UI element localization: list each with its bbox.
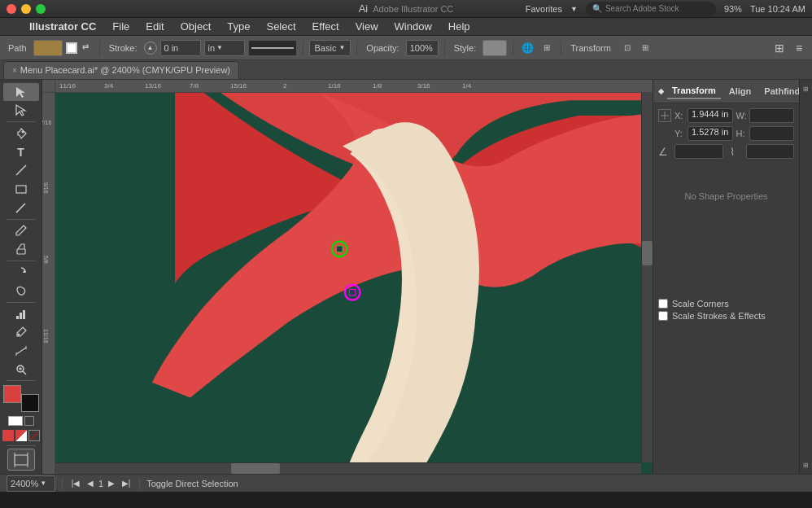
eyedropper-tool[interactable]: [3, 324, 39, 342]
search-icon: 🔍: [592, 4, 602, 13]
search-panel-icon[interactable]: ⊞: [771, 40, 788, 56]
solid-color-icon[interactable]: [2, 430, 14, 441]
panel-collapse-icon[interactable]: ◆: [658, 87, 664, 95]
tab-align[interactable]: Align: [724, 84, 757, 99]
h-input[interactable]: [749, 126, 795, 141]
globe-icon[interactable]: 🌐: [519, 40, 535, 56]
menu-type[interactable]: Type: [220, 19, 256, 34]
ruler-label-316: 3/16: [417, 82, 430, 90]
panel-toggle-bottom[interactable]: ⊞: [801, 459, 812, 471]
fill-color[interactable]: [33, 40, 63, 56]
menu-illustrator[interactable]: Illustrator CC: [23, 19, 103, 34]
ruler-label-1316: 13/16: [145, 82, 161, 90]
rotate-tool[interactable]: [3, 264, 39, 282]
nav-last[interactable]: ▶|: [120, 477, 133, 490]
page-number: 1: [98, 479, 103, 488]
measure-tool[interactable]: [3, 342, 39, 360]
style-swatch[interactable]: [482, 40, 507, 56]
pencil-tool[interactable]: [3, 221, 39, 239]
eraser-tool[interactable]: [3, 240, 39, 258]
menu-effect[interactable]: Effect: [306, 19, 346, 34]
ruler-top: 11/16 3/4 13/16 7/8 15/16 2 1/16 1/8 3/1…: [55, 80, 653, 93]
stroke-mode[interactable]: [24, 416, 34, 426]
direct-selection-tool[interactable]: [3, 102, 39, 120]
time-display: Tue 10:24 AM: [750, 4, 805, 14]
scale-strokes-checkbox[interactable]: [658, 311, 668, 321]
line-tool[interactable]: [3, 162, 39, 180]
style-dropdown[interactable]: Basic ▼: [309, 40, 351, 56]
svg-rect-5: [16, 316, 19, 319]
opacity-value[interactable]: 100%: [406, 40, 439, 56]
nav-first[interactable]: |◀: [69, 477, 82, 490]
status-sep-2: [139, 478, 140, 489]
svg-line-13: [23, 371, 26, 374]
stroke-options[interactable]: ▲: [144, 42, 157, 55]
transform-icons: ⊡ ⊞: [619, 40, 653, 56]
stroke-preview[interactable]: [248, 40, 297, 56]
fill-mode[interactable]: [8, 416, 23, 426]
y-input[interactable]: 1.5278 in: [688, 126, 733, 141]
close-button[interactable]: [7, 4, 16, 14]
traffic-lights: [7, 4, 46, 14]
swap-icon[interactable]: ⇄: [82, 42, 94, 54]
x-input[interactable]: 1.9444 in: [688, 108, 733, 123]
paintbrush-tool[interactable]: [3, 199, 39, 217]
menu-window[interactable]: Window: [388, 19, 439, 34]
gradient-icon[interactable]: [15, 430, 27, 441]
favorites-label[interactable]: Favorites: [526, 4, 562, 14]
tab-close[interactable]: ×: [12, 66, 17, 75]
constrain-placeholder: [658, 127, 671, 140]
far-right-strip: ⊞ ⊞: [799, 80, 812, 474]
nav-next[interactable]: ▶: [105, 477, 118, 490]
none-icon[interactable]: [28, 430, 40, 441]
minimize-button[interactable]: [21, 4, 31, 14]
graph-tool[interactable]: [3, 305, 39, 323]
stroke-color-swatch[interactable]: [66, 42, 79, 55]
artboard-tool[interactable]: [7, 449, 35, 471]
menu-object[interactable]: Object: [174, 19, 218, 34]
scale-corners-checkbox[interactable]: [658, 299, 668, 309]
nav-prev[interactable]: ◀: [84, 477, 97, 490]
vertical-scrollbar[interactable]: [641, 93, 653, 462]
rectangle-tool[interactable]: [3, 180, 39, 198]
menu-view[interactable]: View: [349, 19, 385, 34]
sep6: [561, 41, 561, 55]
shear-input[interactable]: [746, 144, 795, 159]
ruler-label-34: 3/4: [104, 82, 113, 90]
zoom-selector[interactable]: 2400% ▼: [7, 475, 55, 492]
properties-icon[interactable]: ≡: [791, 40, 807, 56]
w-input[interactable]: [749, 108, 795, 123]
scale-strokes-label: Scale Strokes & Effects: [672, 311, 766, 321]
type-tool[interactable]: T: [3, 143, 39, 161]
canvas-area: 11/16 3/4 13/16 7/8 15/16 2 1/16 1/8 3/1…: [42, 80, 653, 474]
color-swatches[interactable]: [3, 385, 39, 411]
document-canvas[interactable]: [55, 93, 653, 474]
sep5: [513, 41, 513, 55]
panel-toggle-top[interactable]: ⊞: [801, 83, 812, 94]
stroke-unit[interactable]: in▼: [204, 40, 245, 56]
pen-tool[interactable]: [3, 125, 39, 142]
distribute-icon[interactable]: ⊞: [637, 40, 653, 56]
no-shape-text: No Shape Properties: [658, 191, 794, 201]
constrain-icon: [658, 109, 671, 122]
stroke-value[interactable]: 0 in: [160, 40, 201, 56]
menu-apple[interactable]: [7, 25, 20, 28]
warp-tool[interactable]: [3, 282, 39, 300]
options-toolbar: Path ⇄ Stroke: ▲ 0 in in▼ Basic ▼ Opacit…: [0, 36, 812, 60]
tab-transform[interactable]: Transform: [667, 83, 721, 99]
menu-select[interactable]: Select: [260, 19, 302, 34]
align-icon[interactable]: ⊡: [619, 40, 635, 56]
menu-file[interactable]: File: [106, 19, 136, 34]
selection-tool[interactable]: [3, 83, 39, 101]
stroke-arrow: ▲: [147, 44, 154, 51]
artwork-svg: [55, 93, 653, 474]
angle-input[interactable]: [674, 144, 723, 159]
grid-icon[interactable]: ⊞: [539, 40, 555, 56]
menu-edit[interactable]: Edit: [139, 19, 170, 34]
menu-help[interactable]: Help: [442, 19, 477, 34]
stock-search[interactable]: 🔍 Search Adobe Stock: [586, 2, 716, 16]
maximize-button[interactable]: [36, 4, 46, 14]
horizontal-scrollbar[interactable]: [55, 462, 641, 474]
document-tab[interactable]: × Menu Placecard.ai* @ 2400% (CMYK/GPU P…: [3, 61, 239, 79]
zoom-tool[interactable]: [3, 361, 39, 379]
